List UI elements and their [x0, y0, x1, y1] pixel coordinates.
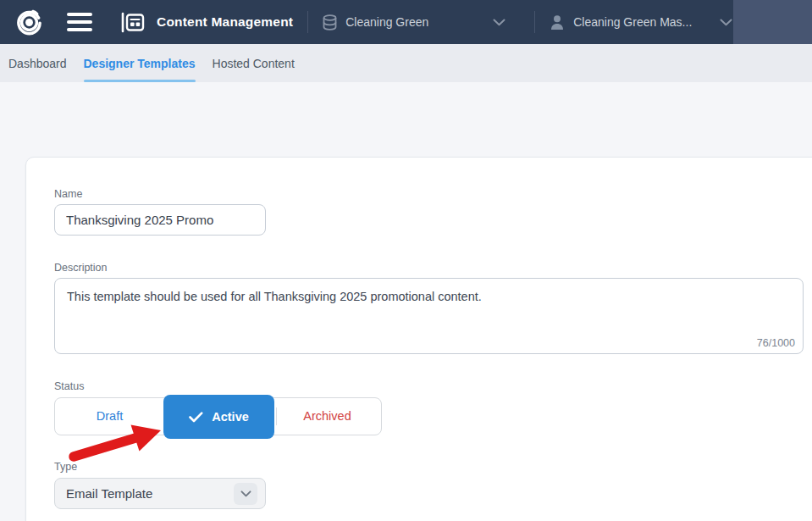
status-segmented-control: Draft Archived Active	[54, 397, 382, 435]
account-dropdown[interactable]: Cleaning Green	[308, 0, 520, 44]
user-dropdown-label: Cleaning Green Mas...	[573, 15, 692, 29]
status-option-active-label: Active	[212, 395, 249, 439]
status-option-active[interactable]: Active	[163, 395, 274, 439]
status-option-draft[interactable]: Draft	[55, 398, 164, 435]
description-label: Description	[54, 262, 108, 274]
page-title: Content Management	[157, 14, 293, 30]
name-input[interactable]	[54, 204, 266, 236]
user-icon	[550, 14, 565, 30]
type-select[interactable]: Email Template	[54, 478, 266, 509]
type-select-value: Email Template	[66, 486, 152, 501]
type-label: Type	[54, 461, 77, 473]
database-icon	[323, 14, 337, 30]
char-counter: 76/1000	[757, 337, 795, 349]
status-option-archived[interactable]: Archived	[273, 398, 382, 435]
chevron-down-icon	[493, 19, 505, 26]
tab-dashboard[interactable]: Dashboard	[0, 44, 75, 82]
main-area: Name Description This template should be…	[0, 82, 812, 521]
menu-icon[interactable]	[67, 13, 92, 31]
name-label: Name	[54, 188, 82, 200]
check-icon	[189, 412, 203, 423]
ontraport-logo-icon[interactable]	[16, 9, 42, 36]
navbar-right-panel	[733, 0, 812, 44]
chevron-down-icon[interactable]	[234, 483, 257, 505]
tab-designer-templates[interactable]: Designer Templates	[75, 44, 204, 82]
top-navbar: Content Management Cleaning Green Cleani…	[0, 0, 812, 44]
content-management-icon	[120, 11, 146, 34]
description-textarea[interactable]: This template should be used for all Tha…	[54, 278, 804, 354]
tab-hosted-content[interactable]: Hosted Content	[204, 44, 303, 82]
description-text: This template should be used for all Tha…	[55, 279, 803, 315]
user-dropdown[interactable]: Cleaning Green Mas...	[535, 0, 747, 44]
tab-bar: Dashboard Designer Templates Hosted Cont…	[0, 44, 812, 82]
template-settings-card: Name Description This template should be…	[25, 157, 812, 521]
account-dropdown-label: Cleaning Green	[345, 15, 428, 29]
status-label: Status	[54, 380, 84, 392]
chevron-down-icon	[720, 19, 732, 26]
